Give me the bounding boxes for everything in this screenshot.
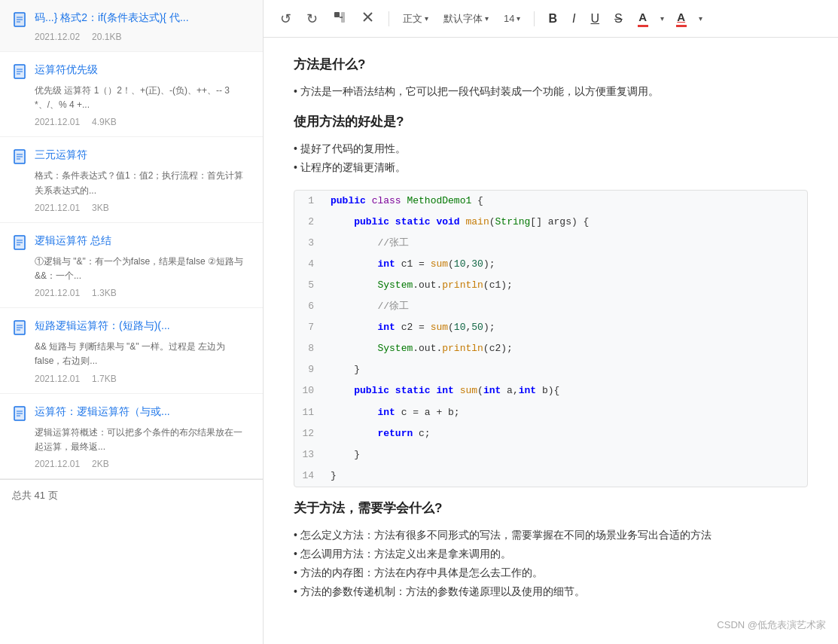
code-line-5: 5 System.out.println(c1);: [294, 275, 807, 296]
code-line-8: 8 System.out.println(c2);: [294, 338, 807, 359]
code-line-1: 1 public class MethodDemo1 {: [294, 191, 807, 212]
code-line-10: 10 public static int sum(int a,int b){: [294, 380, 807, 401]
separator-1: [389, 11, 389, 26]
sidebar-item-4-title: 逻辑运算符 总结: [35, 233, 111, 249]
section2-bullet-1: 提好了代码的复用性。: [294, 139, 808, 158]
section3-bullet-3: 方法的内存图：方法在内存中具体是怎么去工作的。: [294, 563, 808, 582]
sidebar-item-6[interactable]: 运算符：逻辑运算符（与或... 逻辑运算符概述：可以把多个条件的布尔结果放在一起…: [0, 394, 263, 479]
code-line-6: 6 //徐工: [294, 296, 807, 317]
section1-list: 方法是一种语法结构，它可以把一段代码封装成一个功能，以方便重复调用。: [294, 82, 808, 101]
sidebar-item-1[interactable]: 码...} 格式2：if(条件表达式){ 代... 2021.12.02 20.…: [0, 0, 263, 52]
code-line-4: 4 int c1 = sum(10,30);: [294, 254, 807, 275]
sidebar-item-6-meta: 2021.12.01 2KB: [35, 459, 251, 469]
bold-button[interactable]: B: [544, 9, 562, 29]
doc-icon-5: [12, 320, 27, 335]
sidebar-item-5-preview: && 短路与 判断结果与 "&" 一样。过程是 左边为false，右边则...: [35, 340, 251, 368]
doc-icon-3: [12, 149, 27, 164]
sidebar-item-3-meta: 2021.12.01 3KB: [35, 203, 251, 213]
sidebar-item-3-preview: 格式：条件表达式？值1：值2；执行流程：首先计算 关系表达式的...: [35, 169, 251, 197]
section2-list: 提好了代码的复用性。 让程序的逻辑更清晰。: [294, 139, 808, 177]
strikethrough-button[interactable]: S: [610, 9, 627, 29]
sidebar-item-1-title: 码...} 格式2：if(条件表达式){ 代...: [35, 11, 189, 26]
section3-bullet-4: 方法的参数传递机制：方法的参数传递原理以及使用的细节。: [294, 582, 808, 601]
sidebar-item-2-title: 运算符优先级: [35, 63, 98, 78]
section2-bullet-2: 让程序的逻辑更清晰。: [294, 158, 808, 177]
undo-button[interactable]: ↺: [276, 8, 296, 30]
section3-title: 关于方法，需要学会什么?: [294, 499, 808, 517]
sidebar-item-4[interactable]: 逻辑运算符 总结 ①逻辑与 "&"：有一个为false，结果是false ②短路…: [0, 223, 263, 308]
section1-title: 方法是什么?: [294, 56, 808, 73]
sidebar-item-5-title: 短路逻辑运算符：(短路与)(...: [35, 319, 170, 334]
sidebar-item-5-meta: 2021.12.01 1.7KB: [35, 374, 251, 384]
sidebar-item-2[interactable]: 运算符优先级 优先级 运算符 1（）2！、+(正)、-(负)、++、-- 3 *…: [0, 52, 263, 137]
font-color-bar: [638, 25, 648, 27]
separator-2: [534, 11, 535, 26]
code-line-12: 12 return c;: [294, 423, 807, 444]
code-line-2: 2 public static void main(String[] args)…: [294, 212, 807, 233]
sidebar-item-1-meta: 2021.12.02 20.1KB: [35, 32, 251, 42]
code-line-13: 13 }: [294, 444, 807, 465]
doc-icon-2: [12, 64, 27, 79]
code-line-7: 7 int c2 = sum(10,50);: [294, 317, 807, 338]
section2-title: 使用方法的好处是?: [294, 113, 808, 130]
code-block: 1 public class MethodDemo1 { 2 public st…: [294, 190, 808, 487]
sidebar-item-6-title: 运算符：逻辑运算符（与或...: [35, 404, 170, 420]
sidebar: 码...} 格式2：if(条件表达式){ 代... 2021.12.02 20.…: [0, 0, 264, 644]
font-color-arrow[interactable]: ▾: [659, 13, 666, 24]
sidebar-item-6-preview: 逻辑运算符概述：可以把多个条件的布尔结果放在一起运算，最终返...: [35, 426, 251, 454]
code-line-9: 9 }: [294, 359, 807, 380]
doc-icon: [12, 12, 27, 27]
redo-button[interactable]: ↻: [302, 8, 322, 30]
toolbar: ↺ ↻ 正文 ▾ 默认字体 ▾ 14 ▾ B I U S A ▾: [264, 0, 838, 38]
format-painter-button[interactable]: [328, 8, 351, 29]
sidebar-item-2-meta: 2021.12.01 4.9KB: [35, 117, 251, 127]
section3-bullet-2: 怎么调用方法：方法定义出来是拿来调用的。: [294, 545, 808, 563]
section3-bullet-1: 怎么定义方法：方法有很多不同形式的写法，需要掌握在不同的场景业务写出合适的方法: [294, 526, 808, 545]
doc-icon-6: [12, 406, 27, 421]
article: 方法是什么? 方法是一种语法结构，它可以把一段代码封装成一个功能，以方便重复调用…: [264, 38, 838, 632]
clear-format-button[interactable]: [357, 8, 379, 29]
highlight-arrow[interactable]: ▾: [697, 13, 704, 24]
sidebar-item-3[interactable]: 三元运算符 格式：条件表达式？值1：值2；执行流程：首先计算 关系表达式的...…: [0, 137, 263, 222]
normal-text-button[interactable]: 正文 ▾: [398, 9, 433, 29]
sidebar-item-5[interactable]: 短路逻辑运算符：(短路与)(... && 短路与 判断结果与 "&" 一样。过程…: [0, 308, 263, 393]
svg-rect-30: [334, 12, 340, 17]
section1-bullet-1: 方法是一种语法结构，它可以把一段代码封装成一个功能，以方便重复调用。: [294, 82, 808, 101]
underline-button[interactable]: U: [586, 9, 604, 29]
sidebar-footer: 总共 41 页: [0, 479, 263, 511]
code-line-3: 3 //张工: [294, 233, 807, 254]
doc-icon-4: [12, 235, 27, 250]
section3-list: 怎么定义方法：方法有很多不同形式的写法，需要掌握在不同的场景业务写出合适的方法 …: [294, 526, 808, 602]
sidebar-item-3-title: 三元运算符: [35, 148, 87, 163]
font-size-button[interactable]: 14 ▾: [499, 10, 525, 27]
highlight-color-bar: [676, 25, 687, 27]
highlight-button[interactable]: A: [672, 8, 691, 30]
csdn-watermark: CSDN @低危表演艺术家: [717, 618, 826, 632]
sidebar-item-2-preview: 优先级 运算符 1（）2！、+(正)、-(负)、++、-- 3 *、/、% 4 …: [35, 84, 251, 112]
code-line-11: 11 int c = a + b;: [294, 402, 807, 423]
sidebar-item-4-meta: 2021.12.01 1.3KB: [35, 288, 251, 298]
font-color-button[interactable]: A: [633, 8, 653, 30]
sidebar-item-4-preview: ①逻辑与 "&"：有一个为false，结果是false ②短路与&&：一个...: [35, 255, 251, 283]
code-line-14: 14 }: [294, 465, 807, 487]
main-content: ↺ ↻ 正文 ▾ 默认字体 ▾ 14 ▾ B I U S A ▾: [264, 0, 838, 644]
font-button[interactable]: 默认字体 ▾: [439, 9, 493, 29]
italic-button[interactable]: I: [568, 9, 580, 29]
